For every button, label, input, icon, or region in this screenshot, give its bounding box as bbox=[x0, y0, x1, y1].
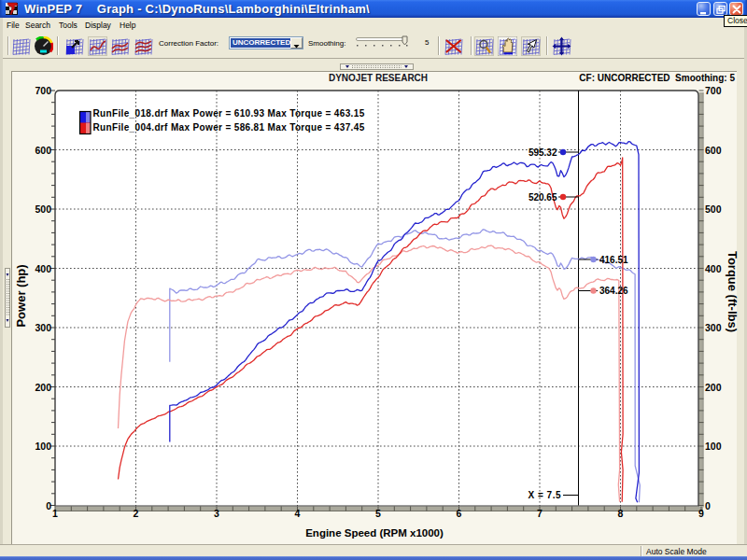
svg-text:0: 0 bbox=[46, 500, 51, 511]
svg-text:200: 200 bbox=[35, 382, 51, 393]
svg-text:5: 5 bbox=[375, 508, 381, 519]
svg-text:Engine Speed (RPM x1000): Engine Speed (RPM x1000) bbox=[305, 527, 444, 539]
svg-text:600: 600 bbox=[35, 145, 51, 156]
svg-text:100: 100 bbox=[705, 441, 722, 452]
svg-text:7: 7 bbox=[537, 508, 543, 519]
svg-text:700: 700 bbox=[705, 85, 722, 96]
svg-text:700: 700 bbox=[35, 85, 51, 96]
svg-text:300: 300 bbox=[35, 322, 51, 333]
svg-text:416.51: 416.51 bbox=[599, 255, 628, 265]
svg-text:6: 6 bbox=[457, 508, 462, 519]
svg-text:500: 500 bbox=[705, 203, 722, 215]
svg-text:364.26: 364.26 bbox=[599, 286, 628, 296]
svg-text:0: 0 bbox=[705, 500, 711, 511]
svg-text:4: 4 bbox=[295, 508, 301, 519]
svg-text:520.65: 520.65 bbox=[529, 192, 557, 203]
svg-text:Power (hp): Power (hp) bbox=[14, 264, 28, 327]
svg-text:1: 1 bbox=[52, 508, 58, 519]
svg-text:100: 100 bbox=[35, 441, 51, 452]
svg-text:300: 300 bbox=[705, 322, 722, 333]
svg-text:400: 400 bbox=[35, 263, 51, 274]
svg-text:400: 400 bbox=[705, 263, 722, 274]
svg-text:600: 600 bbox=[705, 145, 722, 156]
svg-text:8: 8 bbox=[618, 508, 624, 519]
svg-text:3: 3 bbox=[214, 508, 219, 519]
svg-text:595.32: 595.32 bbox=[529, 147, 557, 158]
svg-text:9: 9 bbox=[698, 508, 704, 519]
svg-text:200: 200 bbox=[705, 382, 722, 393]
svg-text:2: 2 bbox=[134, 508, 139, 519]
svg-text:500: 500 bbox=[35, 203, 51, 215]
svg-text:DYNOJET RESEARCH: DYNOJET RESEARCH bbox=[329, 73, 428, 83]
svg-text:CF: UNCORRECTED Smoothing: 5: CF: UNCORRECTED Smoothing: 5 bbox=[579, 73, 735, 83]
svg-text:RunFile_004.drf Max Power = 58: RunFile_004.drf Max Power = 586.81 Max T… bbox=[93, 122, 365, 133]
svg-text:Torque (ft-lbs): Torque (ft-lbs) bbox=[726, 251, 740, 332]
svg-text:RunFile_018.drf Max Power = 61: RunFile_018.drf Max Power = 610.93 Max T… bbox=[93, 108, 365, 119]
svg-text:X = 7.5: X = 7.5 bbox=[529, 490, 561, 500]
